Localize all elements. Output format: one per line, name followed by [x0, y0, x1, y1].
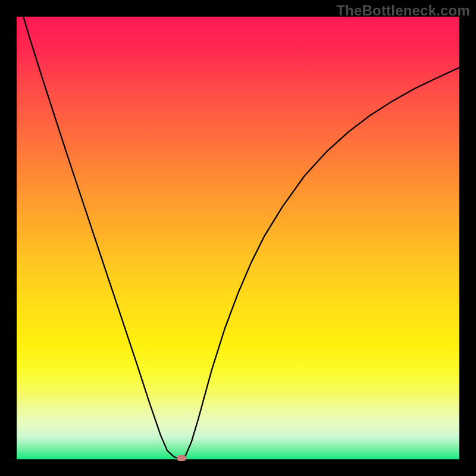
watermark-text: TheBottleneck.com	[336, 2, 470, 19]
bottleneck-curve	[17, 17, 459, 459]
chart-frame: TheBottleneck.com	[0, 0, 476, 476]
curve-svg	[17, 17, 459, 459]
bottleneck-marker	[177, 455, 186, 461]
plot-area	[17, 17, 459, 459]
